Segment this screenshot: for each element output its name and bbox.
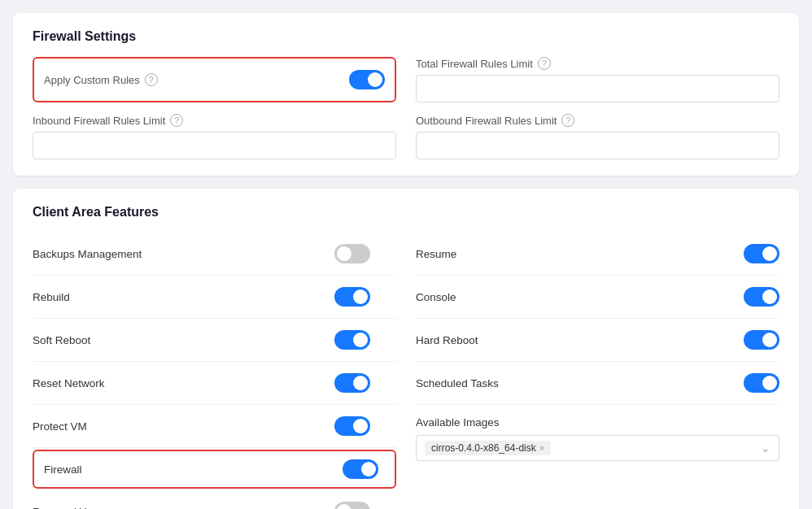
firewall-settings-title: Firewall Settings: [33, 29, 779, 44]
total-limit-help-icon[interactable]: ?: [538, 57, 551, 70]
resume-slider: [744, 244, 779, 263]
reset-network-toggle[interactable]: [334, 373, 370, 393]
outbound-limit-help-icon[interactable]: ?: [561, 114, 574, 127]
apply-custom-rules-slider: [349, 70, 385, 89]
rescue-label: Rescue / Unrescue: [33, 506, 126, 510]
outbound-limit-group: Outbound Firewall Rules Limit ? 10: [416, 114, 779, 159]
console-slider: [744, 287, 779, 307]
protect-vm-label: Protect VM: [33, 420, 87, 433]
scheduled-tasks-label: Scheduled Tasks: [416, 377, 499, 389]
hard-reboot-slider: [744, 330, 779, 350]
feature-row-backups: Backups Management: [33, 233, 396, 276]
firewall-label: Firewall: [44, 463, 82, 476]
firewall-slider: [343, 459, 378, 479]
feature-row-hard-reboot: Hard Reboot: [416, 319, 779, 362]
soft-reboot-slider: [334, 330, 370, 350]
backups-toggle[interactable]: [334, 244, 370, 263]
inbound-limit-group: Inbound Firewall Rules Limit ? 10: [33, 114, 396, 159]
client-area-title: Client Area Features: [33, 205, 779, 220]
total-limit-label: Total Firewall Rules Limit ?: [416, 57, 779, 70]
apply-custom-rules-row: Apply Custom Rules ?: [33, 57, 396, 102]
inbound-limit-help-icon[interactable]: ?: [170, 114, 183, 127]
soft-reboot-toggle[interactable]: [334, 330, 370, 350]
feature-row-resume: Resume: [416, 233, 779, 276]
feature-row-available-images: Available Images cirros-0.4.0-x86_64-dis…: [416, 405, 779, 472]
client-area-card: Client Area Features Backups Management …: [13, 189, 799, 509]
tag-close-icon[interactable]: ×: [539, 443, 544, 453]
rebuild-toggle[interactable]: [334, 287, 370, 307]
scheduled-tasks-toggle[interactable]: [744, 373, 779, 393]
firewall-toggle[interactable]: [343, 459, 378, 479]
rescue-slider: [334, 502, 370, 509]
feature-row-scheduled-tasks: Scheduled Tasks: [416, 362, 779, 405]
inbound-limit-input[interactable]: 10: [33, 132, 396, 159]
scheduled-tasks-slider: [744, 373, 779, 393]
available-images-select[interactable]: cirros-0.4.0-x86_64-disk × ⌄: [416, 435, 779, 461]
console-label: Console: [416, 291, 456, 303]
rebuild-label: Rebuild: [33, 291, 70, 303]
apply-custom-rules-toggle[interactable]: [349, 70, 385, 89]
protect-vm-toggle[interactable]: [334, 416, 370, 436]
feature-row-rescue: Rescue / Unrescue: [33, 490, 396, 509]
firewall-settings-card: Firewall Settings Apply Custom Rules ? T…: [13, 13, 799, 176]
available-images-tag: cirros-0.4.0-x86_64-disk ×: [425, 441, 551, 455]
rebuild-slider: [334, 287, 370, 307]
feature-row-console: Console: [416, 276, 779, 319]
hard-reboot-toggle[interactable]: [744, 330, 779, 350]
backups-slider: [334, 244, 370, 263]
soft-reboot-label: Soft Reboot: [33, 334, 90, 346]
features-right-col: Resume Console Hard Reboot: [416, 233, 779, 509]
rescue-toggle[interactable]: [334, 502, 370, 509]
feature-row-firewall-highlighted: Firewall: [33, 450, 396, 489]
inbound-limit-label: Inbound Firewall Rules Limit ?: [33, 114, 396, 127]
reset-network-slider: [334, 373, 370, 393]
chevron-down-icon: ⌄: [761, 442, 771, 455]
features-left-col: Backups Management Rebuild Soft Reboot: [33, 233, 396, 509]
total-limit-group: Total Firewall Rules Limit ? 20: [416, 57, 779, 102]
available-images-label: Available Images: [416, 416, 500, 429]
apply-custom-rules-help-icon[interactable]: ?: [145, 73, 158, 86]
protect-vm-slider: [334, 416, 370, 436]
feature-row-protect-vm: Protect VM: [33, 405, 396, 448]
reset-network-label: Reset Network: [33, 377, 105, 389]
outbound-limit-label: Outbound Firewall Rules Limit ?: [416, 114, 779, 127]
resume-label: Resume: [416, 248, 456, 260]
feature-row-reset-network: Reset Network: [33, 362, 396, 405]
apply-custom-rules-label: Apply Custom Rules ?: [44, 73, 158, 86]
feature-row-soft-reboot: Soft Reboot: [33, 319, 396, 362]
outbound-limit-input[interactable]: 10: [416, 132, 779, 159]
hard-reboot-label: Hard Reboot: [416, 334, 478, 346]
backups-label: Backups Management: [33, 248, 142, 260]
total-limit-input[interactable]: 20: [416, 75, 779, 102]
resume-toggle[interactable]: [744, 244, 779, 263]
feature-row-rebuild: Rebuild: [33, 276, 396, 319]
console-toggle[interactable]: [744, 287, 779, 307]
